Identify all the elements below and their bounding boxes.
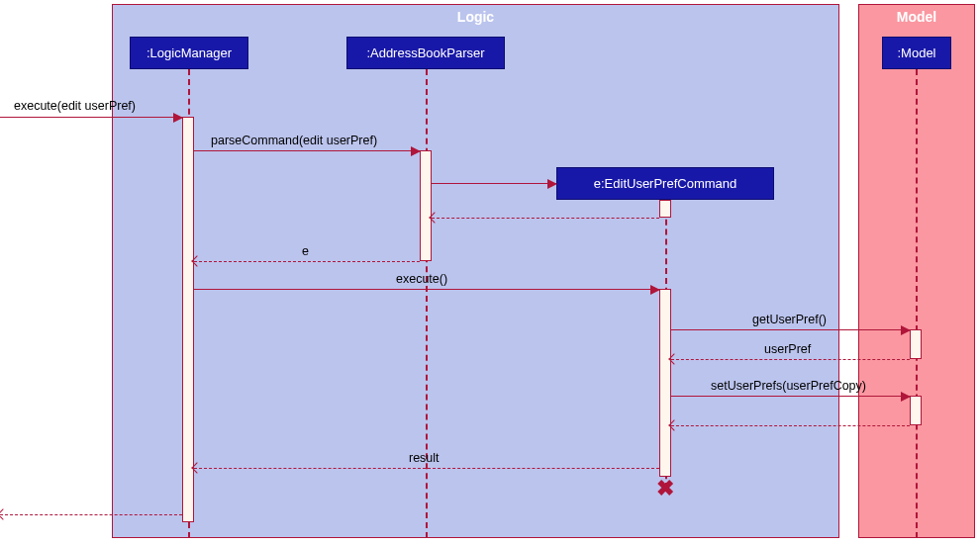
msg-label: e (302, 244, 309, 258)
lifeline-head-addressbookparser: :AddressBookParser (346, 37, 505, 69)
msg-parsecommand (194, 150, 420, 151)
msg-label: getUserPref() (752, 313, 827, 326)
lifeline-label: :AddressBookParser (366, 46, 484, 60)
msg-create-edituserprefcmd (432, 183, 556, 184)
activation-addressbookparser (420, 150, 432, 261)
msg-getuserpref (671, 329, 910, 330)
lifeline-head-logicmanager: :LogicManager (130, 37, 248, 69)
msg-label: userPref (764, 342, 811, 356)
activation-edituserprefcmd-2 (659, 289, 671, 477)
activation-edituserprefcmd-1 (659, 200, 671, 218)
msg-return-setuserprefs (671, 425, 910, 426)
lifeline-head-edituserprefcommand: e:EditUserPrefCommand (556, 167, 774, 200)
msg-label: result (409, 451, 440, 465)
frame-logic-title: Logic (457, 9, 494, 25)
activation-model-2 (910, 396, 922, 425)
sequence-diagram: Logic Model :LogicManager :AddressBookPa… (0, 0, 980, 546)
lifeline-head-model: :Model (882, 37, 951, 69)
lifeline-label: :Model (897, 46, 935, 60)
lifeline-label: e:EditUserPrefCommand (594, 176, 737, 191)
msg-return-external (0, 514, 182, 515)
msg-return-e (194, 261, 420, 262)
msg-label: execute() (396, 272, 447, 286)
msg-label: setUserPrefs(userPrefCopy) (711, 379, 866, 393)
msg-return-userpref (671, 359, 910, 360)
msg-label: parseCommand(edit userPref) (211, 134, 377, 147)
lifeline-label: :LogicManager (147, 46, 232, 60)
msg-execute (194, 289, 659, 290)
frame-model-title: Model (897, 9, 936, 25)
msg-setuserprefs (671, 396, 910, 397)
lifeline-model (916, 69, 918, 538)
activation-model-1 (910, 329, 922, 359)
msg-return-to-parser (432, 218, 659, 219)
msg-execute-edit-userpref (0, 117, 182, 118)
destroy-icon: ✖ (656, 476, 674, 501)
activation-logicmanager (182, 117, 194, 522)
frame-logic: Logic (112, 4, 839, 538)
msg-return-result (194, 468, 659, 469)
msg-label: execute(edit userPref) (14, 99, 136, 113)
